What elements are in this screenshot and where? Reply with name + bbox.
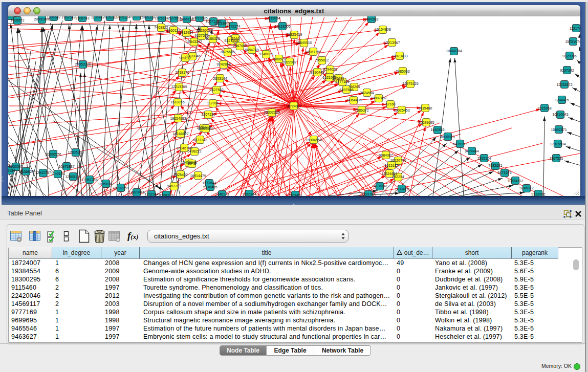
- svg-text:5716485: 5716485: [203, 185, 217, 189]
- svg-text:2055301: 2055301: [9, 165, 23, 168]
- svg-text:8873342: 8873342: [193, 138, 207, 142]
- svg-text:10025453: 10025453: [394, 108, 409, 112]
- svg-text:252254: 252254: [392, 175, 404, 179]
- svg-text:12835993: 12835993: [68, 150, 83, 154]
- svg-text:8990448: 8990448: [310, 71, 324, 74]
- svg-text:7632621: 7632621: [488, 164, 502, 167]
- svg-text:7485063: 7485063: [396, 70, 409, 73]
- svg-text:1546: 1546: [231, 37, 239, 40]
- svg-text:8454749: 8454749: [245, 48, 258, 52]
- svg-text:2935114: 2935114: [477, 157, 491, 160]
- svg-text:11156829: 11156829: [18, 170, 34, 173]
- svg-text:1571644: 1571644: [202, 181, 216, 185]
- svg-text:9115460: 9115460: [419, 106, 432, 110]
- svg-text:1405572: 1405572: [10, 18, 24, 22]
- svg-text:9427552: 9427552: [209, 88, 223, 92]
- svg-text:10543342: 10543342: [186, 40, 202, 43]
- svg-text:62160: 62160: [385, 102, 396, 106]
- svg-text:8660124: 8660124: [166, 29, 180, 32]
- svg-text:20364436: 20364436: [345, 98, 361, 102]
- svg-text:17016504: 17016504: [550, 142, 565, 146]
- svg-text:1610755: 1610755: [170, 100, 184, 104]
- svg-text:2718176: 2718176: [175, 71, 189, 74]
- svg-text:8322037: 8322037: [282, 60, 296, 64]
- svg-text:11353594: 11353594: [198, 127, 214, 130]
- svg-text:23226058: 23226058: [196, 29, 212, 32]
- svg-text:989017: 989017: [179, 56, 191, 60]
- svg-text:9948: 9948: [188, 162, 196, 165]
- svg-text:9457791: 9457791: [167, 184, 181, 188]
- svg-text:10699695: 10699695: [418, 121, 434, 124]
- svg-text:9227342: 9227342: [560, 69, 574, 72]
- svg-text:2367608: 2367608: [233, 44, 247, 48]
- svg-text:9084067: 9084067: [379, 154, 393, 157]
- svg-text:16961758: 16961758: [305, 50, 321, 54]
- svg-text:7386372: 7386372: [355, 108, 368, 112]
- svg-text:9329996: 9329996: [562, 54, 576, 58]
- svg-text:7955812: 7955812: [315, 58, 329, 62]
- svg-text:1831707: 1831707: [361, 192, 375, 196]
- svg-text:19654983: 19654983: [170, 117, 186, 120]
- svg-text:6479197: 6479197: [453, 142, 467, 146]
- svg-text:9605324: 9605324: [116, 16, 130, 19]
- svg-text:6794028: 6794028: [323, 68, 337, 71]
- svg-text:8813054: 8813054: [266, 16, 280, 20]
- svg-text:1167535: 1167535: [550, 157, 563, 160]
- svg-text:9242848: 9242848: [216, 62, 230, 66]
- svg-text:10782759: 10782759: [113, 186, 128, 190]
- svg-text:16120746: 16120746: [390, 159, 406, 162]
- svg-text:1527602: 1527602: [167, 16, 181, 20]
- svg-text:11325419: 11325419: [287, 33, 302, 36]
- svg-text:1121740: 1121740: [570, 27, 580, 30]
- svg-text:16154808: 16154808: [375, 28, 390, 31]
- svg-text:3624554: 3624554: [360, 91, 374, 95]
- svg-text:1615132: 1615132: [384, 164, 398, 167]
- svg-text:2803144: 2803144: [213, 77, 227, 80]
- svg-text:2887682: 2887682: [364, 17, 378, 21]
- svg-text:8471676: 8471676: [497, 171, 511, 174]
- svg-text:1244415: 1244415: [555, 98, 569, 102]
- svg-text:10975887: 10975887: [58, 165, 74, 168]
- svg-text:3267130: 3267130: [201, 113, 215, 116]
- svg-text:1292344: 1292344: [144, 192, 158, 196]
- svg-text:1733426: 1733426: [395, 187, 408, 191]
- svg-text:12975125: 12975125: [402, 82, 418, 85]
- svg-text:12033872: 12033872: [556, 83, 572, 86]
- svg-text:20206576: 20206576: [45, 152, 61, 156]
- svg-text:17957255: 17957255: [81, 178, 97, 182]
- svg-text:746266: 746266: [348, 85, 360, 89]
- svg-text:10958107: 10958107: [98, 182, 114, 186]
- svg-text:12213369: 12213369: [171, 85, 187, 89]
- svg-text:117006: 117006: [207, 101, 219, 105]
- svg-text:9232936: 9232936: [531, 192, 545, 196]
- svg-text:1640953: 1640953: [430, 128, 444, 132]
- svg-text:18724007: 18724007: [286, 104, 301, 108]
- svg-text:9474444: 9474444: [465, 149, 478, 153]
- svg-text:1952542: 1952542: [61, 16, 75, 19]
- svg-text:20053346: 20053346: [75, 62, 91, 66]
- svg-text:19166827: 19166827: [172, 132, 188, 136]
- svg-text:9245072: 9245072: [519, 186, 533, 190]
- svg-text:9306743: 9306743: [75, 16, 89, 20]
- svg-text:16210643: 16210643: [552, 113, 568, 116]
- svg-text:9777169: 9777169: [335, 80, 349, 83]
- svg-text:10973493: 10973493: [391, 54, 407, 58]
- svg-text:18640910: 18640910: [296, 41, 312, 45]
- svg-text:1145194: 1145194: [51, 172, 65, 176]
- svg-text:12213967: 12213967: [384, 41, 400, 45]
- svg-text:12505135: 12505135: [65, 175, 81, 179]
- svg-text:7625402: 7625402: [173, 173, 187, 177]
- svg-text:19218506: 19218506: [274, 25, 290, 28]
- svg-text:252254: 252254: [8, 16, 16, 18]
- svg-text:39154: 39154: [8, 169, 15, 172]
- svg-text:5498222: 5498222: [187, 149, 201, 153]
- svg-text:12823446: 12823446: [128, 190, 144, 194]
- svg-text:15751074: 15751074: [565, 40, 580, 43]
- svg-text:10807487: 10807487: [371, 96, 386, 100]
- svg-text:23302205: 23302205: [264, 111, 279, 114]
- svg-text:14136141: 14136141: [372, 184, 387, 188]
- svg-text:10648784: 10648784: [446, 49, 462, 53]
- svg-text:19384554: 19384554: [306, 138, 321, 142]
- svg-text:3572274: 3572274: [226, 25, 240, 28]
- svg-text:1282344: 1282344: [242, 192, 256, 196]
